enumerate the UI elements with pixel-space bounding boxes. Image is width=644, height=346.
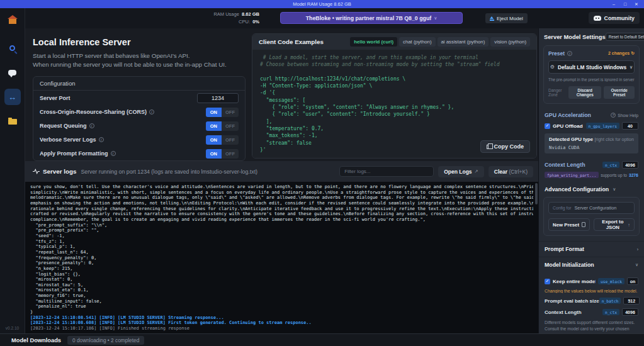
code-example-tab[interactable]: chat (python): [399, 37, 436, 47]
advanced-configuration-header[interactable]: Advanced Configuration ∨: [539, 182, 644, 196]
ram-usage-value: 8.62 GB: [242, 11, 259, 17]
config-toggle-row: Verbose Server LogsiONOFF: [33, 133, 245, 147]
maximize-button[interactable]: □: [620, 1, 630, 8]
toggle-off[interactable]: OFF: [222, 121, 239, 131]
ram-usage-label: RAM Usage: [213, 11, 239, 17]
code-line: -H "Content-Type: application/json" \: [260, 82, 529, 89]
sidebar-item-my-models[interactable]: [4, 113, 21, 130]
preset-dropdown-value: Default LM Studio Windows: [558, 64, 626, 70]
filter-logs-input[interactable]: [339, 166, 434, 177]
code-example-tab[interactable]: ai assistant (python): [438, 37, 489, 47]
server-logs-section: Server logs Server running on port 1234 …: [25, 161, 538, 333]
use-mlock-value[interactable]: on: [627, 277, 638, 285]
n-batch-value[interactable]: 512: [623, 297, 640, 304]
info-icon[interactable]: i: [567, 51, 572, 56]
toggle-label: Cross-Origin-Resource-Sharing (CORS)i: [40, 109, 154, 115]
scrollbar-thumb[interactable]: [535, 183, 538, 204]
settings-panel-title: Server Model Settings: [544, 34, 606, 40]
n-ctx-value-2[interactable]: 4096: [622, 308, 638, 316]
toggle-on[interactable]: ON: [206, 108, 222, 117]
server-port-input[interactable]: [197, 93, 239, 103]
toggle-on[interactable]: ON: [206, 121, 222, 131]
discard-changes-button[interactable]: Discard Changes: [568, 86, 601, 99]
code-example-tab[interactable]: vision (python): [490, 37, 530, 47]
clear-logs-button[interactable]: Clear (Ctrl+K): [489, 166, 533, 177]
context-size-note: Different models support different conte…: [545, 320, 638, 333]
community-button[interactable]: Community: [589, 12, 640, 24]
code-tabs: hello world (curl)chat (python)ai assist…: [350, 37, 530, 47]
loaded-model-name: TheBloke • writing partner mistral 7B Q8…: [306, 15, 432, 21]
minimize-button[interactable]: –: [609, 1, 619, 8]
toggle-off[interactable]: OFF: [222, 149, 239, 159]
chevron-right-icon: ›: [637, 247, 638, 252]
n-batch-badge: n_batch: [599, 298, 621, 304]
config-toggle-row: Apply Prompt FormattingiONOFF: [33, 147, 245, 160]
loaded-model-selector[interactable]: TheBloke • writing partner mistral 7B Q8…: [280, 12, 463, 24]
sidebar-item-search[interactable]: [4, 40, 21, 56]
log-output[interactable]: sure you show, don't tell. Use the chara…: [25, 182, 538, 333]
log-line: [2023-12-24 15:10:08.541] [INFO] [LM STU…: [30, 315, 533, 321]
copy-icon: [487, 145, 490, 149]
gpu-acceleration-section: GPU Acceleration ?Show Help ✓ GPU Offloa…: [539, 108, 644, 157]
info-icon[interactable]: i: [149, 109, 154, 114]
reset-default-settings-button[interactable]: Reset to Default Settings: [606, 33, 644, 41]
new-preset-button[interactable]: New Preset: [548, 218, 590, 231]
n-gpu-layers-value[interactable]: 40: [622, 122, 638, 130]
export-to-json-button[interactable]: Export to JSON↑: [594, 218, 635, 231]
keep-model-in-ram-checkbox[interactable]: ✓: [545, 279, 550, 284]
toggle-off[interactable]: OFF: [222, 108, 239, 117]
model-initialization-row[interactable]: Model Initialization ∨: [539, 257, 644, 272]
model-supports-line: fpham_writing_part... supports up to 327…: [545, 172, 638, 178]
gpu-offload-checkbox[interactable]: ✓: [545, 123, 550, 129]
clear-logs-label: Clear: [494, 169, 507, 175]
preset-dropdown[interactable]: ⚙ Default LM Studio Windows ∨: [548, 60, 635, 74]
open-logs-button[interactable]: Open Logs ↗: [438, 166, 484, 177]
eject-model-button[interactable]: Eject Model: [485, 13, 528, 23]
log-line: "pre_prompt_prefix": "",: [30, 228, 533, 233]
config-for-value: Server Configuration: [574, 205, 616, 211]
sidebar-item-home[interactable]: [9, 13, 16, 26]
info-icon[interactable]: i: [99, 137, 104, 142]
community-label: Community: [604, 15, 635, 21]
code-example-tab[interactable]: hello world (curl): [350, 37, 397, 47]
prompt-format-row[interactable]: Prompt Format ›: [539, 241, 644, 257]
override-preset-button[interactable]: Override Preset: [604, 86, 635, 99]
info-icon[interactable]: i: [111, 151, 116, 156]
on-off-toggle[interactable]: ONOFF: [206, 135, 239, 145]
toggle-label: Verbose Server Logsi: [40, 137, 104, 143]
downloads-status-badge: 0 downloading • 2 completed: [67, 336, 144, 345]
detected-gpu-value: Nvidia CUDA: [549, 145, 634, 150]
copy-code-button[interactable]: Copy Code: [480, 140, 530, 153]
on-off-toggle[interactable]: ONOFF: [206, 108, 239, 117]
app-version: v0.2.10: [6, 326, 19, 330]
n-ctx-value[interactable]: 4096: [622, 161, 638, 169]
on-off-toggle[interactable]: ONOFF: [206, 121, 239, 131]
log-line: "memory_f16": true,: [30, 293, 533, 299]
model-downloads-label[interactable]: Model Downloads: [11, 337, 61, 343]
window-controls: – □ ✕: [609, 0, 641, 8]
log-scrollbar[interactable]: [535, 183, 538, 328]
close-button[interactable]: ✕: [631, 1, 641, 8]
advanced-configuration-card: Config for Server Configuration New Pres…: [543, 197, 640, 236]
chevron-down-icon: ∨: [434, 16, 437, 21]
info-icon[interactable]: i: [89, 123, 94, 128]
show-help-button[interactable]: ?Show Help: [611, 113, 638, 118]
resource-usage: RAM Usage 8.62 GB CPU: 0%: [169, 11, 259, 25]
code-line: "temperature": 0.7,: [260, 125, 529, 132]
use-mlock-badge: use_mlock: [598, 278, 624, 284]
app-header: RAM Usage 8.62 GB CPU: 0% TheBloke • wri…: [25, 8, 644, 28]
toggle-on[interactable]: ON: [206, 135, 222, 145]
folder-icon: [8, 119, 17, 125]
code-line: { "role": "user", "content": "Introduce …: [260, 111, 529, 118]
toggle-on[interactable]: ON: [206, 149, 222, 159]
subtitle-line-1: Start a local HTTP server that behaves l…: [33, 52, 246, 60]
bottom-status-bar: Model Downloads 0 downloading • 2 comple…: [0, 333, 644, 346]
sidebar-item-local-server[interactable]: ↔: [4, 89, 21, 105]
preset-changes-badge[interactable]: 2 changes ↻: [608, 51, 635, 56]
sidebar-item-chat[interactable]: [4, 64, 21, 81]
detected-gpu-box[interactable]: Detected GPU type [right click for optio…: [545, 133, 638, 153]
config-for-box: Config for Server Configuration: [548, 202, 635, 214]
code-line: # Choose between streaming and non-strea…: [260, 61, 529, 68]
on-off-toggle[interactable]: ONOFF: [206, 149, 239, 159]
toggle-off[interactable]: OFF: [222, 135, 239, 145]
